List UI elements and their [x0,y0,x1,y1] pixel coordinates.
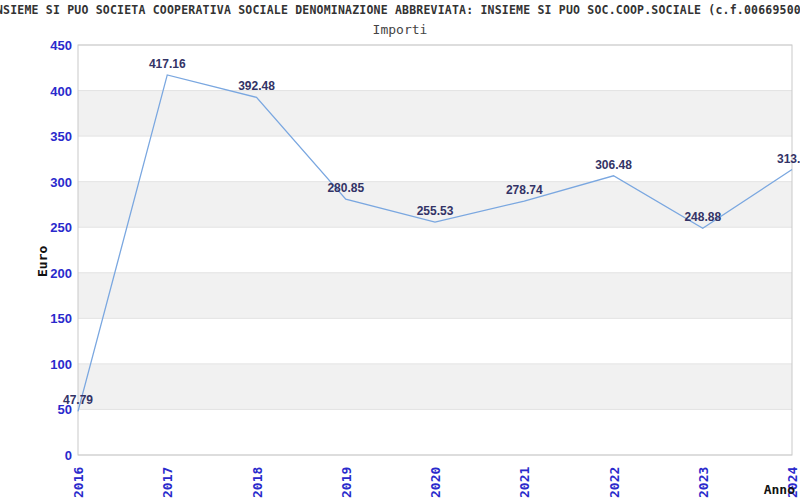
x-tick-label: 2021 [517,467,532,498]
y-tick-label: 200 [50,266,72,281]
y-axis-title: Euro [35,246,50,277]
plot-band [78,364,792,410]
y-tick-label: 450 [50,38,72,53]
x-tick-label: 2016 [71,467,86,498]
data-point-label: 47.79 [63,393,93,407]
x-tick-label: 2020 [428,467,443,498]
data-point-label: 278.74 [506,183,543,197]
x-tick-label: 2023 [696,467,711,498]
y-tick-label: 400 [50,84,72,99]
plot-band [78,273,792,319]
data-point-label: 255.53 [417,204,454,218]
x-tick-label: 2022 [607,467,622,498]
y-tick-label: 350 [50,129,72,144]
data-point-label: 248.88 [684,210,721,224]
chart-canvas: NSIEME SI PUO SOCIETA COOPERATIVA SOCIAL… [0,0,800,500]
y-tick-label: 250 [50,220,72,235]
data-point-label: 417.16 [149,57,186,71]
y-tick-label: 0 [65,448,72,463]
data-point-label: 313.3 [777,152,800,166]
y-tick-label: 300 [50,175,72,190]
data-point-label: 280.85 [327,181,364,195]
x-tick-label: 2017 [160,467,175,498]
x-tick-label: 2019 [339,467,354,498]
y-tick-label: 100 [50,357,72,372]
data-point-label: 306.48 [595,158,632,172]
plot-band [78,91,792,137]
chart-plot-area: 0501001502002503003504004502016201720182… [0,0,800,500]
x-tick-label: 2018 [250,467,265,498]
data-point-label: 392.48 [238,79,275,93]
y-tick-label: 150 [50,311,72,326]
x-axis-title: Anno [764,482,795,497]
